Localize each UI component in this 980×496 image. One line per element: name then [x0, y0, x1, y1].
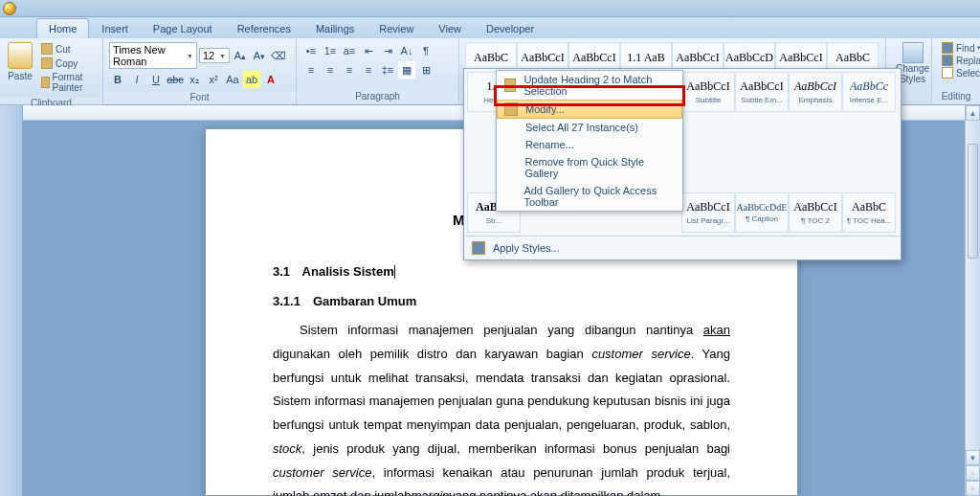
tab-review[interactable]: Review	[367, 18, 426, 38]
font-name-value: Times New Roman	[113, 44, 187, 67]
justify-button[interactable]: ≡	[360, 61, 377, 79]
menu-label: Modify...	[525, 103, 565, 115]
menu-select-all[interactable]: Select All 27 Instance(s)	[497, 119, 682, 136]
superscript-button[interactable]: x²	[205, 71, 222, 88]
styles-dropdown: 1.1 Hea... Update Heading 2 to Match Sel…	[463, 68, 902, 260]
scroll-up-button[interactable]: ▲	[966, 105, 980, 121]
align-center-button[interactable]: ≡	[322, 61, 339, 79]
chevron-down-icon: ▼	[219, 53, 226, 59]
menu-label: Remove from Quick Style Gallery	[524, 156, 675, 179]
font-name-combo[interactable]: Times New Roman▼	[109, 42, 197, 69]
select-label: Select	[956, 68, 980, 79]
sort-button[interactable]: A↓	[398, 42, 415, 59]
apply-styles-icon	[472, 241, 485, 255]
decrease-indent-button[interactable]: ⇤	[360, 42, 377, 59]
find-icon	[942, 42, 953, 54]
style-item[interactable]: AaBbCcDdE¶ Caption	[735, 192, 789, 233]
italic-button[interactable]: I	[128, 71, 145, 88]
group-clipboard: Paste Cut Copy Format Painter Clipboard	[0, 38, 103, 104]
chevron-down-icon: ▼	[187, 53, 193, 59]
tab-insert[interactable]: Insert	[89, 18, 141, 38]
borders-button[interactable]: ⊞	[417, 61, 434, 79]
menu-apply-styles[interactable]: Apply Styles...	[464, 238, 901, 258]
style-item[interactable]: AaBbCcIntense E...	[842, 72, 896, 112]
menu-rename[interactable]: Rename...	[497, 136, 682, 153]
tab-developer[interactable]: Developer	[474, 18, 546, 38]
increase-indent-button[interactable]: ⇥	[379, 42, 396, 59]
copy-icon	[41, 57, 53, 69]
paste-icon	[8, 42, 33, 69]
copy-button[interactable]: Copy	[38, 56, 97, 70]
change-case-button[interactable]: Aa	[224, 71, 241, 88]
replace-button[interactable]: Replace	[940, 55, 980, 66]
show-marks-button[interactable]: ¶	[417, 42, 434, 59]
tab-view[interactable]: View	[426, 18, 474, 38]
group-paragraph: •≡ 1≡ a≡ ⇤ ⇥ A↓ ¶ ≡ ≡ ≡ ≡ ‡≡ ▦ ⊞	[297, 38, 459, 104]
style-item[interactable]: AaBbC¶ TOC Hea...	[842, 192, 896, 233]
group-font: Times New Roman▼ 12▼ A▴ A▾ ⌫ B I U abc x…	[103, 38, 297, 104]
format-painter-label: Format Painter	[53, 72, 94, 93]
align-right-button[interactable]: ≡	[341, 61, 358, 79]
scroll-thumb[interactable]	[968, 144, 978, 259]
next-page-button[interactable]: ◦	[966, 481, 980, 496]
subscript-button[interactable]: x₂	[186, 71, 203, 88]
align-left-button[interactable]: ≡	[302, 61, 320, 79]
office-orb-icon[interactable]	[3, 2, 16, 15]
multilevel-button[interactable]: a≡	[341, 42, 358, 59]
tab-page-layout[interactable]: Page Layout	[141, 18, 225, 38]
format-painter-button[interactable]: Format Painter	[38, 71, 97, 94]
paste-label: Paste	[8, 71, 33, 81]
font-color-button[interactable]: A	[262, 71, 279, 88]
menu-label: Apply Styles...	[493, 242, 560, 254]
font-size-combo[interactable]: 12▼	[199, 48, 230, 63]
clear-formatting-button[interactable]: ⌫	[270, 47, 287, 64]
style-item[interactable]: AaBbCcISubtitle	[681, 72, 735, 112]
prev-page-button[interactable]: ◦	[966, 465, 980, 481]
find-label: Find	[956, 43, 974, 54]
scissors-icon	[41, 43, 53, 55]
paragraph-group-label: Paragraph	[297, 91, 458, 104]
body-paragraph: Sistem informasi manajemen penjualan yan…	[273, 319, 730, 496]
cut-button[interactable]: Cut	[38, 42, 97, 56]
menu-update-match[interactable]: Update Heading 2 to Match Selection	[497, 71, 682, 100]
style-item[interactable]: AaBbCcISubtle Em...	[735, 72, 789, 112]
font-group-label: Font	[103, 92, 296, 104]
style-item[interactable]: AaBbCcI¶ TOC 2	[789, 192, 842, 233]
scroll-down-button[interactable]: ▼	[966, 450, 980, 465]
text-cursor	[394, 265, 395, 279]
find-button[interactable]: Find ▾	[940, 42, 980, 54]
bold-button[interactable]: B	[109, 71, 126, 88]
numbering-button[interactable]: 1≡	[322, 42, 339, 59]
grow-font-button[interactable]: A▴	[232, 47, 249, 64]
tab-references[interactable]: References	[225, 18, 303, 38]
highlight-button[interactable]: ab	[243, 71, 260, 88]
change-styles-icon	[902, 42, 924, 63]
menu-label: Add Gallery to Quick Access Toolbar	[523, 185, 675, 208]
brush-icon	[41, 77, 50, 88]
titlebar	[0, 0, 980, 17]
paste-button[interactable]: Paste	[4, 40, 36, 83]
style-item[interactable]: AaBbCcIList Paragr...	[681, 192, 735, 233]
modify-icon	[504, 102, 518, 116]
menu-add-qat[interactable]: Add Gallery to Quick Access Toolbar	[497, 182, 682, 211]
tab-mailings[interactable]: Mailings	[303, 18, 367, 38]
styles-dropdown-footer: Apply Styles...	[464, 236, 901, 259]
replace-label: Replace	[956, 56, 980, 66]
line-spacing-button[interactable]: ‡≡	[379, 61, 396, 79]
bullets-button[interactable]: •≡	[302, 42, 320, 59]
menu-modify[interactable]: Modify...	[497, 100, 682, 119]
group-editing: Find ▾ Replace Select ▾ Editing	[932, 38, 980, 104]
menu-label: Select All 27 Instance(s)	[525, 122, 638, 133]
styles-gallery-extended: 1.1 Hea... Update Heading 2 to Match Sel…	[464, 69, 901, 236]
underline-button[interactable]: U	[147, 71, 165, 88]
select-button[interactable]: Select ▾	[940, 67, 980, 79]
strikethrough-button[interactable]: abc	[167, 71, 184, 88]
menu-remove-gallery[interactable]: Remove from Quick Style Gallery	[497, 153, 682, 182]
vertical-scrollbar[interactable]: ▲ ▼ ◦ ◦	[965, 105, 980, 496]
shading-button[interactable]: ▦	[398, 61, 415, 79]
cut-label: Cut	[56, 44, 71, 55]
tab-home[interactable]: Home	[36, 18, 89, 38]
shrink-font-button[interactable]: A▾	[251, 47, 268, 64]
vertical-ruler	[0, 105, 23, 496]
style-item[interactable]: AaBbCcIEmphasis	[789, 72, 842, 112]
